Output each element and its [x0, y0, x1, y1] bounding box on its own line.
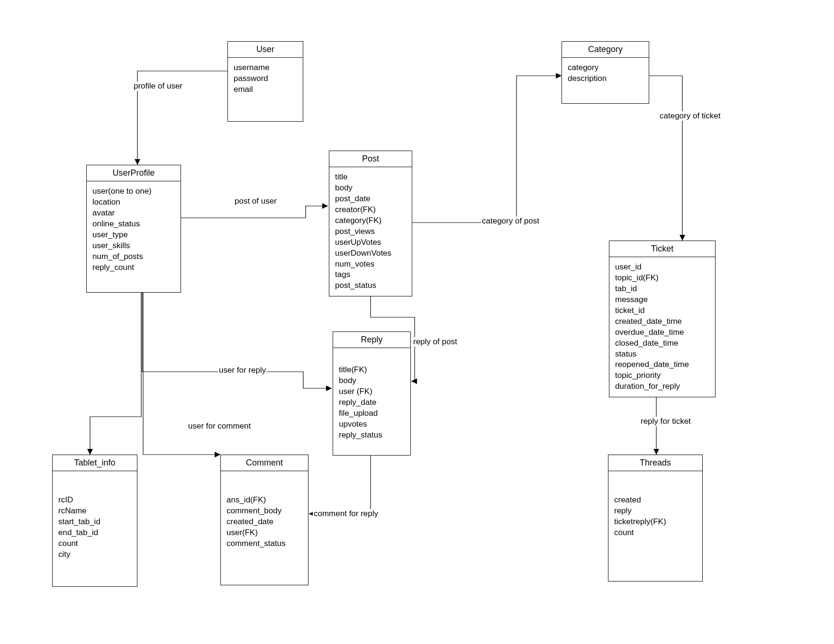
entity-comment-body: ans_id(FK) comment_body created_date use…	[221, 471, 308, 585]
entity-attr: created	[614, 495, 697, 506]
entity-user-body: username password email	[228, 58, 303, 121]
entity-attr: userDownVotes	[335, 248, 406, 259]
entity-attr: reopened_date_time	[615, 359, 709, 370]
entity-attr: file_upload	[339, 408, 405, 419]
entity-ticket: Ticket user_id topic_id(FK) tab_id messa…	[609, 241, 716, 397]
entity-attr: ticket_id	[615, 305, 709, 316]
entity-user: User username password email	[227, 41, 303, 122]
entity-post-body: title body post_date creator(FK) categor…	[329, 167, 412, 296]
rel-reply-for-ticket: reply for ticket	[640, 417, 692, 426]
entity-comment-title: Comment	[221, 455, 308, 471]
entity-attr: reply_status	[339, 430, 405, 441]
entity-userprofile: UserProfile user(one to one) location av…	[86, 165, 181, 293]
entity-threads: Threads created reply ticketreply(FK) co…	[608, 455, 703, 581]
entity-attr: description	[568, 73, 643, 84]
entity-attr: user_id	[615, 262, 709, 273]
entity-tablet-body: rcID rcName start_tab_id end_tab_id coun…	[53, 471, 137, 586]
entity-attr: username	[234, 63, 297, 73]
entity-attr: user(one to one)	[92, 186, 175, 197]
entity-attr: location	[92, 197, 175, 208]
entity-post-title: Post	[329, 151, 412, 167]
entity-attr: comment_status	[227, 538, 302, 549]
entity-attr: topic_priority	[615, 370, 709, 381]
rel-category-of-ticket: category of ticket	[659, 111, 722, 121]
entity-attr: user (FK)	[339, 386, 405, 397]
entity-attr: reply_date	[339, 397, 405, 408]
entity-attr: comment_body	[227, 506, 302, 517]
entity-attr: password	[234, 73, 297, 84]
entity-attr: userUpVotes	[335, 237, 406, 248]
entity-attr: email	[234, 84, 297, 95]
entity-category-body: category description	[562, 58, 649, 103]
entity-attr: title	[335, 172, 406, 183]
entity-reply: Reply title(FK) body user (FK) reply_dat…	[333, 331, 411, 456]
entity-attr: duration_for_reply	[615, 381, 709, 392]
entity-attr: online_status	[92, 219, 175, 230]
entity-attr: post_date	[335, 194, 406, 205]
entity-attr: city	[58, 549, 131, 560]
entity-userprofile-body: user(one to one) location avatar online_…	[87, 181, 181, 292]
entity-threads-title: Threads	[608, 455, 702, 471]
entity-post: Post title body post_date creator(FK) ca…	[329, 151, 412, 296]
entity-tablet: Tablet_info rcID rcName start_tab_id end…	[52, 455, 137, 587]
entity-userprofile-title: UserProfile	[87, 165, 181, 181]
entity-attr: title(FK)	[339, 365, 405, 376]
entity-attr: created_date	[227, 517, 302, 528]
entity-attr: user(FK)	[227, 528, 302, 538]
rel-category-of-post: category of post	[481, 216, 540, 226]
entity-attr: avatar	[92, 208, 175, 219]
entity-category-title: Category	[562, 42, 649, 58]
entity-attr: tags	[335, 269, 406, 280]
entity-attr: rcID	[58, 495, 131, 506]
rel-reply-of-post: reply of post	[412, 337, 458, 347]
entity-attr: message	[615, 295, 709, 305]
entity-attr: rcName	[58, 506, 131, 517]
entity-attr: num_votes	[335, 259, 406, 270]
entity-attr: category(FK)	[335, 215, 406, 226]
entity-reply-body: title(FK) body user (FK) reply_date file…	[333, 348, 410, 455]
entity-user-title: User	[228, 42, 303, 58]
rel-profile-of-user: profile of user	[133, 81, 183, 91]
entity-attr: user_type	[92, 230, 175, 241]
entity-attr: end_tab_id	[58, 528, 131, 538]
entity-attr: body	[335, 183, 406, 194]
entity-attr: ticketreply(FK)	[614, 517, 697, 528]
entity-attr: overdue_date_time	[615, 327, 709, 338]
entity-attr: category	[568, 63, 643, 73]
entity-reply-title: Reply	[333, 332, 410, 348]
entity-category: Category category description	[562, 41, 649, 104]
entity-attr: reply	[614, 506, 697, 517]
entity-attr: user_skills	[92, 241, 175, 251]
entity-attr: created_date_time	[615, 316, 709, 327]
entity-attr: topic_id(FK)	[615, 273, 709, 284]
entity-attr: closed_date_time	[615, 338, 709, 349]
entity-attr: start_tab_id	[58, 517, 131, 528]
rel-comment-for-reply: comment for reply	[313, 509, 379, 519]
entity-ticket-body: user_id topic_id(FK) tab_id message tick…	[609, 257, 715, 397]
entity-attr: ans_id(FK)	[227, 495, 302, 506]
entity-attr: count	[614, 528, 697, 538]
entity-attr: creator(FK)	[335, 205, 406, 215]
entity-tablet-title: Tablet_info	[53, 455, 137, 471]
entity-attr: status	[615, 349, 709, 360]
entity-threads-body: created reply ticketreply(FK) count	[608, 471, 702, 581]
entity-attr: reply_count	[92, 262, 175, 273]
entity-comment: Comment ans_id(FK) comment_body created_…	[220, 455, 308, 585]
rel-user-for-comment: user for comment	[187, 421, 252, 431]
entity-attr: post_views	[335, 226, 406, 237]
entity-attr: num_of_posts	[92, 251, 175, 262]
rel-post-of-user: post of user	[234, 197, 278, 206]
entity-ticket-title: Ticket	[609, 241, 715, 257]
rel-user-for-reply: user for reply	[218, 366, 267, 375]
entity-attr: upvotes	[339, 419, 405, 430]
entity-attr: count	[58, 538, 131, 549]
entity-attr: post_status	[335, 280, 406, 291]
entity-attr: tab_id	[615, 284, 709, 295]
entity-attr: body	[339, 376, 405, 386]
